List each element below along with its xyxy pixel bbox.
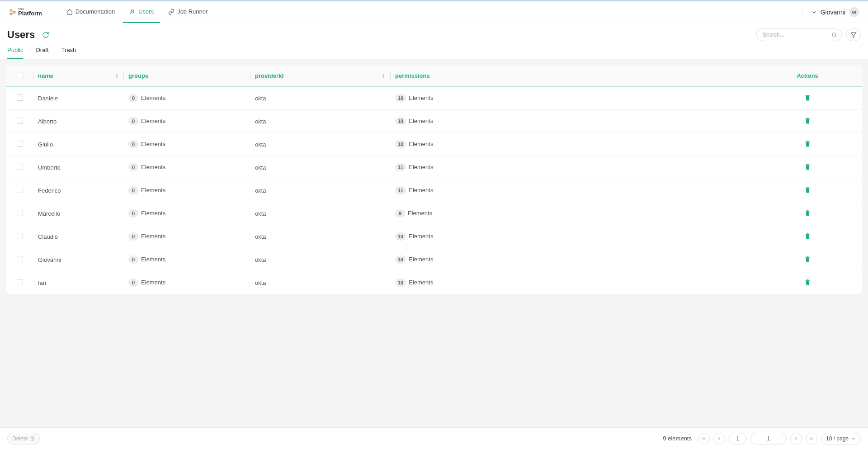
main-content: name ▲▼ groups providerId ▲▼ permis	[0, 59, 868, 427]
cell-actions	[753, 202, 862, 225]
cell-name: Marcello	[33, 202, 124, 225]
cell-actions	[753, 271, 862, 294]
cell-actions	[753, 110, 862, 133]
pager-prev-button[interactable]	[713, 433, 725, 444]
total-pages: 1	[750, 433, 787, 444]
col-name[interactable]: name ▲▼	[33, 66, 124, 86]
col-permissions[interactable]: permissions	[391, 66, 753, 86]
filter-button[interactable]	[846, 28, 861, 41]
cell-permissions: 10Elements	[391, 133, 753, 156]
delete-row-button[interactable]	[804, 140, 811, 147]
row-checkbox[interactable]	[17, 233, 23, 239]
groups-badge: 0	[128, 279, 138, 287]
cell-groups: 0Elements	[124, 225, 250, 248]
svg-point-0	[10, 9, 12, 11]
cell-name: Federico	[33, 179, 124, 202]
permissions-label: Elements	[409, 187, 433, 194]
cell-provider: okta	[250, 110, 391, 133]
groups-label: Elements	[141, 279, 165, 286]
delete-row-button[interactable]	[804, 232, 811, 239]
nav-users[interactable]: Users	[123, 1, 160, 23]
pager-first-button[interactable]	[698, 433, 710, 444]
per-page-label: 10 / page	[826, 435, 849, 442]
tab-public[interactable]: Public	[7, 44, 23, 59]
per-page-select[interactable]: 10 / page	[821, 433, 861, 444]
cell-actions	[753, 156, 862, 179]
user-menu[interactable]: Giovanni GI	[802, 6, 859, 19]
cell-provider: okta	[250, 156, 391, 179]
cell-name: Giovanni	[33, 248, 124, 271]
delete-row-button[interactable]	[804, 94, 811, 101]
nav-job-runner[interactable]: Job Runner	[162, 1, 214, 23]
cell-groups: 0Elements	[124, 86, 250, 110]
row-checkbox[interactable]	[17, 210, 23, 216]
table-row: Federico0Elementsokta11Elements	[6, 179, 862, 202]
cell-permissions: 10Elements	[391, 225, 753, 248]
delete-row-button[interactable]	[804, 255, 811, 262]
cell-groups: 0Elements	[124, 156, 250, 179]
row-checkbox[interactable]	[17, 187, 23, 193]
svg-point-4	[832, 33, 836, 37]
table-row: Alberto0Elementsokta10Elements	[6, 110, 862, 133]
table-row: Marcello0Elementsokta9Elements	[6, 202, 862, 225]
permissions-badge: 10	[395, 94, 406, 102]
col-actions: Actions	[753, 66, 862, 86]
delete-button[interactable]: Delete	[7, 433, 40, 444]
groups-badge: 0	[128, 209, 138, 217]
permissions-badge: 9	[395, 209, 405, 217]
refresh-button[interactable]	[42, 31, 49, 38]
permissions-badge: 10	[395, 117, 406, 125]
row-checkbox[interactable]	[17, 141, 23, 147]
cell-provider: okta	[250, 271, 391, 294]
permissions-badge: 10	[395, 255, 406, 264]
select-all-checkbox[interactable]	[17, 72, 23, 78]
delete-label: Delete	[12, 435, 28, 442]
cell-actions	[753, 133, 862, 156]
groups-label: Elements	[141, 164, 165, 170]
search-input[interactable]	[756, 28, 842, 41]
groups-label: Elements	[141, 233, 165, 240]
chevron-down-icon	[851, 436, 856, 441]
page-input[interactable]	[729, 433, 747, 444]
link-icon	[168, 9, 175, 15]
delete-row-button[interactable]	[804, 117, 811, 124]
cell-permissions: 11Elements	[391, 156, 753, 179]
col-provider[interactable]: providerId ▲▼	[250, 66, 391, 86]
row-checkbox[interactable]	[17, 279, 23, 285]
row-select-cell	[6, 86, 33, 110]
nav-documentation[interactable]: Documentation	[60, 1, 121, 23]
cell-groups: 0Elements	[124, 110, 250, 133]
cell-groups: 0Elements	[124, 202, 250, 225]
delete-row-button[interactable]	[804, 163, 811, 170]
row-select-cell	[6, 248, 33, 271]
current-user-name: Giovanni	[821, 9, 845, 16]
permissions-label: Elements	[409, 141, 433, 147]
col-provider-label: providerId	[255, 72, 284, 79]
tab-draft[interactable]: Draft	[36, 44, 48, 59]
groups-label: Elements	[141, 141, 165, 147]
pager-last-button[interactable]	[806, 433, 817, 444]
search-box	[756, 28, 842, 41]
table-row: Daniele0Elementsokta10Elements	[6, 86, 862, 110]
trash-icon	[30, 436, 35, 441]
search-icon[interactable]	[831, 32, 837, 38]
brand-logo[interactable]: mia Platform	[9, 7, 42, 17]
row-checkbox[interactable]	[17, 118, 23, 124]
svg-line-5	[835, 36, 836, 37]
row-checkbox[interactable]	[17, 95, 23, 101]
permissions-label: Elements	[409, 164, 433, 170]
col-groups[interactable]: groups	[124, 66, 250, 86]
row-checkbox[interactable]	[17, 256, 23, 262]
nav-job-runner-label: Job Runner	[177, 8, 208, 15]
groups-label: Elements	[141, 256, 165, 263]
cell-name: Giulio	[33, 133, 124, 156]
row-checkbox[interactable]	[17, 164, 23, 170]
svg-point-3	[132, 9, 134, 12]
cell-groups: 0Elements	[124, 179, 250, 202]
delete-row-button[interactable]	[804, 279, 811, 285]
pager-next-button[interactable]	[790, 433, 802, 444]
tab-trash[interactable]: Trash	[61, 44, 76, 59]
delete-row-button[interactable]	[804, 186, 811, 193]
delete-row-button[interactable]	[804, 209, 811, 216]
user-icon	[129, 9, 136, 15]
